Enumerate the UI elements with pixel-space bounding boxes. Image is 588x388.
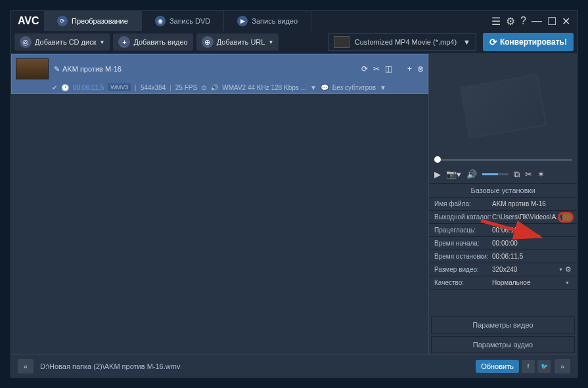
settings-icon[interactable]: ⚙ bbox=[506, 15, 515, 28]
convert-button[interactable]: Конвертировать! bbox=[483, 33, 574, 51]
btn-label: Добавить CD диск bbox=[35, 38, 97, 46]
maximize-icon[interactable]: ☐ bbox=[547, 15, 556, 28]
volume-slider[interactable] bbox=[482, 173, 509, 175]
video-icon: + bbox=[118, 36, 130, 48]
playback-controls: ▶ 📷▾ 🔊 ⧉ ✂ ✶ bbox=[429, 165, 577, 184]
refresh-icon[interactable]: ⟳ bbox=[361, 64, 368, 74]
update-button[interactable]: Обновить bbox=[476, 360, 519, 373]
audio-info: WMAV2 44 KHz 128 Kbps ... bbox=[222, 84, 306, 91]
label: Время начала: bbox=[434, 240, 492, 247]
dvd-icon: ◉ bbox=[155, 16, 166, 26]
titlebar: AVC ⟳ Преобразование ◉ Запись DVD ▶ Запи… bbox=[11, 11, 577, 31]
value[interactable]: 320x240 bbox=[492, 266, 556, 273]
remove-icon[interactable]: ⊗ bbox=[417, 64, 424, 74]
window-controls: ☰ ⚙ ? — ☐ ✕ bbox=[491, 15, 577, 28]
audio-params-button[interactable]: Параметры аудио bbox=[431, 336, 575, 353]
resolution: 544x384 bbox=[141, 84, 166, 91]
chevron-down-icon: ▼ bbox=[268, 39, 273, 45]
subtitle-icon[interactable]: 💬 bbox=[321, 84, 328, 91]
clock-icon: 🕐 bbox=[61, 84, 69, 91]
label: Время остановки: bbox=[434, 253, 492, 260]
toolbar: ◎ Добавить CD диск ▼ + Добавить видео ⊕ … bbox=[11, 31, 577, 54]
chevron-down-icon[interactable]: ▼ bbox=[558, 267, 563, 272]
close-icon[interactable]: ✕ bbox=[562, 15, 570, 28]
value[interactable]: 00:00:00 bbox=[492, 240, 572, 247]
btn-label: Добавить видео bbox=[133, 38, 187, 46]
seek-slider[interactable] bbox=[429, 159, 577, 165]
setting-duration: Працягласць: 00:06:11.5 bbox=[429, 224, 577, 237]
value[interactable]: Нормальное bbox=[492, 279, 563, 286]
browse-folder-icon[interactable] bbox=[562, 214, 572, 221]
help-icon[interactable]: ? bbox=[520, 15, 526, 28]
crop-icon[interactable]: ◫ bbox=[385, 64, 392, 74]
volume-icon[interactable]: 🔊 bbox=[466, 169, 477, 179]
side-panel: ▶ 📷▾ 🔊 ⧉ ✂ ✶ Базовые установки Имя файла… bbox=[429, 54, 577, 355]
label: Качество: bbox=[434, 279, 492, 286]
file-entry[interactable]: ✎ AKM против M-16 ⟳ ✂ ◫ + ⊗ ✔ 🕐 bbox=[11, 54, 428, 94]
btn-label: Конвертировать! bbox=[500, 37, 567, 47]
setting-quality: Качество: Нормальное ▼ bbox=[429, 276, 577, 290]
twitter-icon[interactable]: 🐦 bbox=[537, 360, 551, 373]
cd-icon: ◎ bbox=[20, 36, 32, 48]
convert-icon: ⟳ bbox=[57, 16, 68, 26]
value[interactable]: AKM против M-16 bbox=[492, 200, 572, 207]
tab-record[interactable]: ▶ Запись видео bbox=[224, 11, 311, 31]
add-icon[interactable]: + bbox=[407, 64, 412, 74]
content-area: ✎ AKM против M-16 ⟳ ✂ ◫ + ⊗ ✔ 🕐 bbox=[11, 54, 577, 355]
video-track-icon[interactable]: ⊙ bbox=[201, 84, 206, 91]
label: Выходной каталог: bbox=[434, 213, 492, 221]
minimize-icon[interactable]: — bbox=[531, 15, 542, 28]
tab-convert[interactable]: ⟳ Преобразование bbox=[44, 11, 142, 31]
filmstrip-placeholder-icon bbox=[459, 74, 546, 139]
chevron-down-icon[interactable]: ▼ bbox=[380, 84, 386, 91]
gear-icon[interactable]: ⚙ bbox=[565, 265, 572, 274]
chevron-down-icon[interactable]: ▼ bbox=[310, 84, 317, 91]
add-cd-button[interactable]: ◎ Добавить CD диск ▼ bbox=[14, 33, 110, 51]
chevron-down-icon[interactable]: ▼ bbox=[565, 280, 570, 285]
pencil-icon[interactable]: ✎ bbox=[54, 65, 60, 74]
statusbar: « D:\Новая папка (2)\AKM против М-16.wmv… bbox=[11, 355, 577, 377]
thumbnail bbox=[16, 58, 49, 79]
file-top-actions: ⟳ ✂ ◫ + ⊗ bbox=[361, 64, 424, 74]
file-info: ✎ AKM против M-16 bbox=[49, 65, 361, 74]
detach-icon[interactable]: ⧉ bbox=[514, 169, 520, 180]
slider-handle[interactable] bbox=[434, 156, 441, 163]
setting-filename: Имя файла: AKM против M-16 bbox=[429, 198, 577, 211]
duration: 00:06:11.5 bbox=[73, 84, 104, 91]
label: Працягласць: bbox=[434, 226, 492, 234]
snapshot-icon[interactable]: 📷▾ bbox=[446, 169, 461, 179]
crop-icon[interactable]: ✶ bbox=[537, 169, 545, 179]
format-selector[interactable]: Customized MP4 Movie (*.mp4) ▼ bbox=[328, 33, 476, 51]
record-icon: ▶ bbox=[237, 16, 248, 26]
preview-area bbox=[429, 54, 577, 159]
cut-icon[interactable]: ✂ bbox=[525, 169, 532, 179]
play-icon[interactable]: ▶ bbox=[434, 169, 441, 179]
collapse-left-icon[interactable]: « bbox=[18, 359, 34, 374]
expand-right-icon[interactable]: » bbox=[554, 359, 570, 374]
subtitle-value: Без субтитров bbox=[332, 84, 376, 91]
file-meta-row: ✔ 🕐 00:06:11.5 WMV3 | 544x384 | 25 FPS ⊙… bbox=[14, 81, 426, 91]
format-value: Customized MP4 Movie (*.mp4) bbox=[355, 38, 457, 46]
codec-badge: WMV3 bbox=[108, 83, 131, 91]
menu-icon[interactable]: ☰ bbox=[491, 15, 501, 28]
audio-icon[interactable]: 🔊 bbox=[210, 84, 218, 91]
app-window: AVC ⟳ Преобразование ◉ Запись DVD ▶ Запи… bbox=[11, 11, 577, 377]
chevron-down-icon: ▼ bbox=[463, 38, 470, 46]
add-url-button[interactable]: ⊕ Добавить URL ▼ bbox=[196, 33, 279, 51]
facebook-icon[interactable]: f bbox=[522, 360, 535, 373]
check-icon[interactable]: ✔ bbox=[52, 84, 57, 91]
tab-label: Преобразование bbox=[72, 17, 128, 25]
label: Размер видео: bbox=[434, 266, 492, 273]
tab-label: Запись видео bbox=[252, 17, 298, 25]
value[interactable]: 00:06:11.5 bbox=[492, 253, 572, 260]
format-thumb-icon bbox=[334, 36, 350, 48]
file-path: D:\Новая папка (2)\AKM против М-16.wmv bbox=[40, 362, 180, 370]
url-icon: ⊕ bbox=[202, 36, 214, 48]
tab-label: Запись DVD bbox=[170, 17, 210, 25]
tab-dvd[interactable]: ◉ Запись DVD bbox=[142, 11, 224, 31]
video-params-button[interactable]: Параметры видео bbox=[431, 316, 575, 334]
cut-icon[interactable]: ✂ bbox=[373, 64, 380, 74]
setting-stop-time: Время остановки: 00:06:11.5 bbox=[429, 250, 577, 263]
add-video-button[interactable]: + Добавить видео bbox=[113, 33, 192, 51]
setting-output-dir: Выходной каталог: C:\Users\ПК\Videos\A..… bbox=[429, 211, 577, 224]
